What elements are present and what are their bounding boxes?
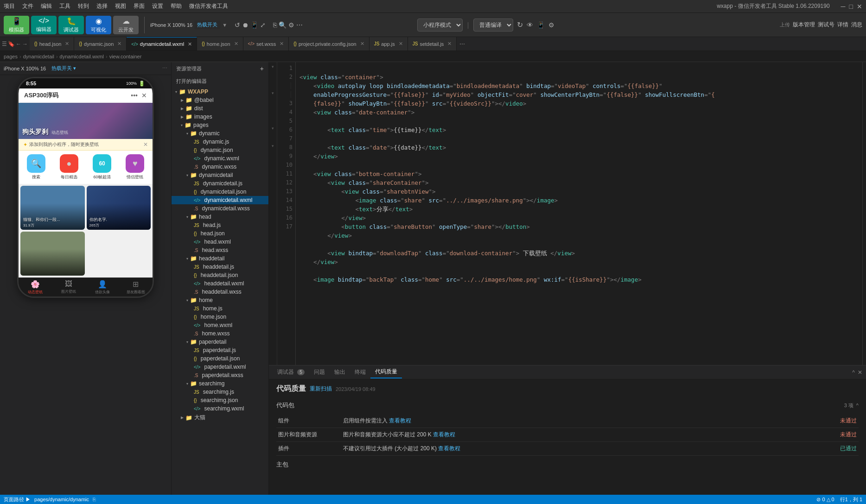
hotswitch[interactable]: 热载开关 ▾ — [51, 65, 76, 72]
tree-head-folder[interactable]: ▾ 📁 head — [172, 213, 268, 221]
phone-icon[interactable]: 📱 — [537, 21, 545, 29]
tree-pages[interactable]: ▾ 📁 pages — [172, 121, 268, 129]
tree-home-wxss[interactable]: .S home.wxss — [172, 329, 268, 338]
tree-dynamic-folder[interactable]: ▾ 📁 dynamic — [172, 129, 268, 138]
tree-root[interactable]: ▾ 📁 WXAPP — [172, 88, 268, 96]
hotswitch-label[interactable]: 热载开关 — [194, 20, 220, 29]
rotate-button[interactable]: ⤢ — [260, 21, 266, 29]
resource-manager-header[interactable]: 资源管理器 + — [172, 62, 268, 75]
panel-collapse[interactable]: ^ — [852, 369, 855, 376]
tree-searchimg-wxml[interactable]: </> searchimg.wxml — [172, 404, 268, 413]
card-nature[interactable] — [20, 232, 85, 276]
tree-paperdetail-js[interactable]: JS paperdetail.js — [172, 346, 268, 354]
tab-app-js[interactable]: JS app.js ✕ — [369, 37, 408, 51]
editor-button[interactable]: </> 编辑器 — [31, 16, 57, 34]
tree-babel[interactable]: ▶ 📁 @babel — [172, 96, 268, 104]
tab-project-config[interactable]: {} project.private.config.json ✕ — [289, 37, 369, 51]
tree-head-json[interactable]: {} head.json — [172, 229, 268, 238]
panel-close[interactable]: ✕ — [858, 369, 862, 376]
tree-damao-folder[interactable]: ▶ 📁 大猫 — [172, 413, 268, 422]
icon-60fps[interactable]: 60 60帧超清 — [87, 154, 118, 180]
tree-headdetail-wxml[interactable]: </> headdetail.wxml — [172, 279, 268, 288]
more-icon[interactable]: ••• — [131, 92, 138, 99]
menu-item-tools[interactable]: 工具 — [59, 2, 70, 10]
menu-item-settings[interactable]: 设置 — [152, 2, 163, 10]
test-label[interactable]: 测试号 — [818, 21, 834, 29]
copy-button[interactable]: ⎘ — [273, 21, 277, 29]
link-media[interactable]: 查看教程 — [433, 431, 455, 438]
close-tab-app-js[interactable]: ✕ — [399, 41, 403, 47]
close-tab-head-json[interactable]: ✕ — [65, 41, 69, 47]
visible-button[interactable]: ◉ 可视化 — [86, 16, 111, 34]
card-cat[interactable]: 猫猫、和你们一段... 31.9万 — [20, 186, 85, 230]
breadcrumb-part-file[interactable]: dynamicdetail.wxml — [60, 54, 104, 59]
menu-item-file[interactable]: 文件 — [22, 2, 33, 10]
stop-button[interactable]: ⏺ — [242, 21, 248, 29]
tree-home-json[interactable]: {} home.json — [172, 313, 268, 321]
fold-arrow-10[interactable]: ▾ — [269, 141, 277, 150]
tree-dynamicdetail-wxss[interactable]: .S dynamicdetail.wxss — [172, 204, 268, 213]
tree-dynamicdetail-folder[interactable]: ▾ 📁 dynamicdetail — [172, 171, 268, 179]
link-component[interactable]: 查看教程 — [389, 417, 411, 424]
more-tabs-button[interactable]: ⋯ — [457, 41, 468, 47]
rescan-button[interactable]: 重新扫描 — [310, 385, 332, 393]
tree-searchimg-folder[interactable]: ▾ 📁 searchimg — [172, 379, 268, 388]
mode-select[interactable]: 小程序模式 — [417, 19, 463, 32]
nav-avatar[interactable]: 👤 借款头像 — [86, 280, 119, 295]
tree-dynamicdetail-js[interactable]: JS dynamicdetail.js — [172, 179, 268, 188]
close-tab-project-config[interactable]: ✕ — [360, 41, 364, 47]
debugger-button[interactable]: 🐛 调试器 — [58, 16, 84, 34]
menu-item-help[interactable]: 帮助 — [171, 2, 182, 10]
version-label[interactable]: 版本管理 — [793, 21, 815, 29]
close-tab-set-wxss[interactable]: ✕ — [280, 41, 284, 47]
menu-item-goto[interactable]: 转到 — [78, 2, 89, 10]
menu-item-interface[interactable]: 界面 — [134, 2, 145, 10]
fold-arrow-1[interactable]: ▾ — [269, 62, 277, 71]
bookmark-icon[interactable]: 🔖 — [8, 41, 15, 47]
tree-images[interactable]: ▶ 📁 images — [172, 113, 268, 121]
tab-code-quality[interactable]: 代码质量 — [370, 366, 402, 378]
close-icon[interactable]: ✕ — [141, 92, 147, 99]
tree-headdetail-js[interactable]: JS headdetail.js — [172, 263, 268, 271]
tab-terminal[interactable]: 终端 — [350, 366, 370, 378]
filter-button[interactable]: ⚙ — [288, 21, 294, 29]
tree-dynamic-json[interactable]: {} dynamic.json — [172, 146, 268, 154]
tree-home-js[interactable]: JS home.js — [172, 304, 268, 313]
tree-headdetail-folder[interactable]: ▾ 📁 headdetail — [172, 254, 268, 263]
tab-dynamicdetail-wxml[interactable]: </> dynamicdetail.wxml ✕ — [127, 37, 197, 51]
tree-home-folder[interactable]: ▾ 📁 home — [172, 296, 268, 304]
refresh-button[interactable]: ↺ — [235, 21, 240, 29]
refresh-icon[interactable]: ↻ — [517, 20, 523, 29]
eye-icon[interactable]: 👁 — [527, 21, 533, 29]
tree-dist[interactable]: ▶ 📁 dist — [172, 104, 268, 113]
dev-button[interactable]: ☁ 云开发 — [113, 16, 139, 34]
simulator-button[interactable]: 📱 模拟器 — [4, 16, 29, 34]
tab-head-json[interactable]: {} head.json ✕ — [30, 37, 74, 51]
tree-paperdetail-wxss[interactable]: .S paperdetail.wxss — [172, 371, 268, 379]
minimize-button[interactable]: ─ — [841, 3, 846, 10]
link-plugin[interactable]: 查看教程 — [438, 445, 460, 452]
close-tab-home-json[interactable]: ✕ — [234, 41, 238, 47]
maximize-button[interactable]: □ — [849, 3, 853, 10]
fold-arrow-3[interactable]: ▾ — [269, 88, 277, 97]
icon-search[interactable]: 🔍 搜索 — [20, 154, 51, 180]
nav-wallpaper[interactable]: 🌸 动态壁纸 — [19, 280, 52, 295]
menu-item-select[interactable]: 选择 — [96, 2, 108, 10]
message-label[interactable]: 消息 — [851, 21, 862, 29]
fold-arrow-8[interactable]: ▾ — [269, 124, 277, 132]
breadcrumb-part-class[interactable]: view.container — [109, 54, 142, 59]
close-add[interactable]: ✕ — [143, 141, 148, 148]
nav-back[interactable]: ← — [16, 41, 21, 47]
tree-head-js[interactable]: JS head.js — [172, 221, 268, 229]
tree-dynamicdetail-wxml[interactable]: </> dynamicdetail.wxml — [172, 196, 268, 204]
detail-label[interactable]: 详情 — [837, 21, 848, 29]
menu-item-project[interactable]: 项目 — [4, 2, 15, 10]
close-button[interactable]: ✕ — [857, 3, 862, 10]
nav-picture[interactable]: 🖼 图片壁纸 — [52, 280, 85, 295]
menu-item-view[interactable]: 视图 — [115, 2, 126, 10]
tab-output[interactable]: 输出 — [330, 366, 350, 378]
code-content[interactable]: <view class="container"> <video autoplay… — [296, 62, 862, 365]
compiler-select[interactable]: 普通编译 — [473, 19, 513, 32]
search-button[interactable]: 🔍 — [279, 21, 287, 29]
tab-problems[interactable]: 问题 — [309, 366, 330, 378]
